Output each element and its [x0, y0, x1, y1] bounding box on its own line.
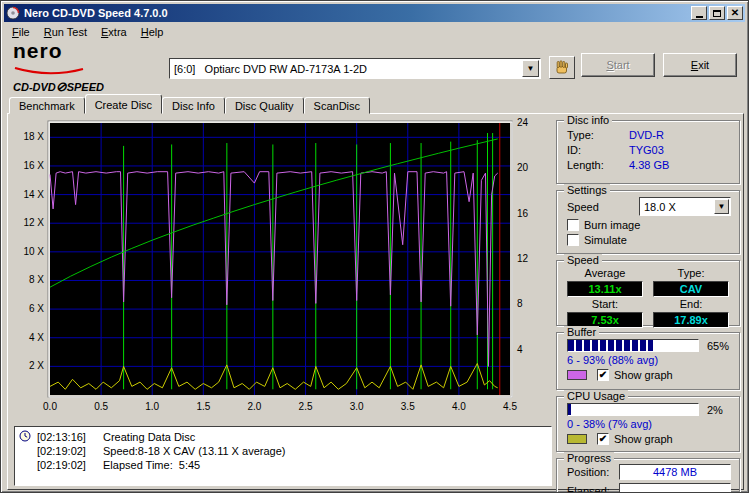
- cpu-usage-title: CPU Usage: [564, 390, 628, 402]
- disc-length-value: 4.38 GB: [629, 159, 669, 171]
- drive-select-arrow[interactable]: ▼: [522, 60, 539, 77]
- svg-text:12: 12: [517, 253, 529, 264]
- disc-info-title: Disc info: [564, 114, 612, 126]
- svg-text:16 X: 16 X: [23, 160, 44, 171]
- elapsed-value: [619, 483, 731, 493]
- disc-info-group: Disc info Type:DVD-R ID:TYG03 Length:4.3…: [556, 120, 740, 184]
- nero-logo: nero CD-DVD⊘SPEED: [13, 41, 163, 94]
- svg-text:8 X: 8 X: [29, 274, 44, 285]
- status-log: [02:13:16] Creating Data Disc [02:19:02]…: [14, 426, 552, 486]
- cpu-range-text: 0 - 38% (7% avg): [557, 416, 739, 430]
- type-label: Type:: [653, 267, 729, 280]
- app-icon: [6, 6, 20, 20]
- svg-text:0.0: 0.0: [43, 401, 57, 412]
- start-button[interactable]: Start: [581, 53, 655, 77]
- progress-title: Progress: [564, 452, 614, 464]
- cpu-progress-fill: [568, 404, 571, 415]
- menu-extra[interactable]: Extra: [94, 24, 134, 40]
- svg-text:16: 16: [517, 208, 529, 219]
- create-disc-panel: 18 X16 X14 X12 X10 X8 X6 X4 X2 X24201612…: [7, 113, 744, 490]
- svg-text:3.0: 3.0: [350, 401, 364, 412]
- buffer-title: Buffer: [564, 326, 599, 338]
- log-message: Creating Data Disc: [103, 431, 195, 443]
- maximize-button[interactable]: [709, 6, 725, 20]
- exit-button[interactable]: Exit: [663, 53, 737, 77]
- simulate-checkbox[interactable]: [567, 234, 579, 246]
- svg-text:3.5: 3.5: [401, 401, 415, 412]
- speed-group-title: Speed: [564, 254, 602, 266]
- write-type-value: CAV: [653, 281, 729, 297]
- burn-image-label: Burn image: [584, 219, 640, 231]
- speed-label: Speed: [567, 201, 599, 213]
- clock-icon: [19, 430, 37, 444]
- disc-type-label: Type:: [567, 129, 629, 141]
- nero-logo-text: nero: [13, 41, 163, 61]
- svg-text:8: 8: [517, 298, 523, 309]
- cd-dvd-speed-logo: CD-DVD⊘SPEED: [13, 79, 163, 94]
- app-window: Nero CD-DVD Speed 4.7.0.0 ✕ File Run Tes…: [0, 0, 749, 493]
- speed-group: Speed Average Type: 13.11x CAV Start: En…: [556, 260, 740, 326]
- menu-file[interactable]: File: [5, 24, 37, 40]
- speed-select[interactable]: 18.0 X ▼: [639, 197, 731, 216]
- window-title: Nero CD-DVD Speed 4.7.0.0: [24, 7, 689, 19]
- tab-create-disc[interactable]: Create Disc: [85, 94, 162, 114]
- cpu-show-graph-label: Show graph: [614, 433, 673, 445]
- log-line: [02:19:02] Elapsed Time: 5:45: [19, 458, 547, 472]
- svg-text:24: 24: [517, 118, 529, 128]
- chevron-down-icon: ▼: [718, 202, 726, 211]
- tab-benchmark[interactable]: Benchmark: [9, 97, 85, 114]
- tab-scandisc[interactable]: ScanDisc: [304, 97, 370, 114]
- maximize-icon: [713, 10, 721, 17]
- burn-image-checkbox[interactable]: [567, 219, 579, 231]
- minimize-button[interactable]: [691, 6, 707, 20]
- tab-disc-info[interactable]: Disc Info: [162, 97, 225, 114]
- svg-text:12 X: 12 X: [23, 217, 44, 228]
- minimize-icon: [696, 16, 703, 18]
- menu-run-test[interactable]: Run Test: [37, 24, 94, 40]
- cpu-color-swatch: [567, 434, 587, 444]
- position-value: 4478 MB: [619, 464, 731, 480]
- start-label: Start:: [567, 298, 643, 311]
- disc-id-value: TYG03: [629, 144, 664, 156]
- svg-text:2 X: 2 X: [29, 360, 44, 371]
- chevron-down-icon: ▼: [527, 64, 535, 73]
- buffer-percent: 65%: [707, 340, 729, 352]
- svg-text:6 X: 6 X: [29, 303, 44, 314]
- cpu-show-graph-checkbox[interactable]: ✔: [597, 433, 609, 445]
- cpu-usage-group: CPU Usage 2% 0 - 38% (7% avg) ✔ Show gra…: [556, 396, 740, 452]
- log-message: Elapsed Time: 5:45: [103, 459, 200, 471]
- log-line: [02:13:16] Creating Data Disc: [19, 430, 547, 444]
- simulate-label: Simulate: [584, 234, 627, 246]
- buffer-progress-fill: [568, 340, 653, 351]
- end-label: End:: [653, 298, 729, 311]
- drive-select[interactable]: [6:0] Optiarc DVD RW AD-7173A 1-2D ▼: [169, 58, 541, 79]
- speed-select-arrow[interactable]: ▼: [714, 199, 729, 214]
- buffer-show-graph-checkbox[interactable]: ✔: [597, 369, 609, 381]
- disc-length-label: Length:: [567, 159, 629, 171]
- title-bar: Nero CD-DVD Speed 4.7.0.0 ✕: [4, 4, 745, 22]
- svg-text:18 X: 18 X: [23, 131, 44, 142]
- buffer-show-graph-label: Show graph: [614, 369, 673, 381]
- svg-text:14 X: 14 X: [23, 189, 44, 200]
- menu-help[interactable]: Help: [134, 24, 171, 40]
- elapsed-label: Elapsed:: [567, 485, 619, 493]
- progress-group: Progress Position: 4478 MB Elapsed:: [556, 458, 740, 493]
- cpu-percent: 2%: [707, 404, 723, 416]
- close-button[interactable]: ✕: [727, 6, 743, 20]
- log-timestamp: [02:13:16]: [37, 431, 103, 443]
- svg-text:20: 20: [517, 162, 529, 173]
- log-line: [02:19:02] Speed:8-18 X CAV (13.11 X ave…: [19, 444, 547, 458]
- svg-text:10 X: 10 X: [23, 246, 44, 257]
- svg-text:2.5: 2.5: [299, 401, 313, 412]
- tab-disc-quality[interactable]: Disc Quality: [225, 97, 304, 114]
- drive-select-value: [6:0] Optiarc DVD RW AD-7173A 1-2D: [170, 63, 522, 75]
- cpu-progressbar: [567, 403, 699, 416]
- position-label: Position:: [567, 466, 619, 478]
- svg-text:1.5: 1.5: [196, 401, 210, 412]
- speed-select-value: 18.0 X: [640, 201, 714, 213]
- menu-bar: File Run Test Extra Help: [5, 23, 744, 41]
- average-label: Average: [567, 267, 643, 280]
- log-timestamp: [02:19:02]: [37, 445, 103, 457]
- speedometer-icon: ⊘: [56, 79, 67, 94]
- hand-tool-button[interactable]: [549, 56, 575, 79]
